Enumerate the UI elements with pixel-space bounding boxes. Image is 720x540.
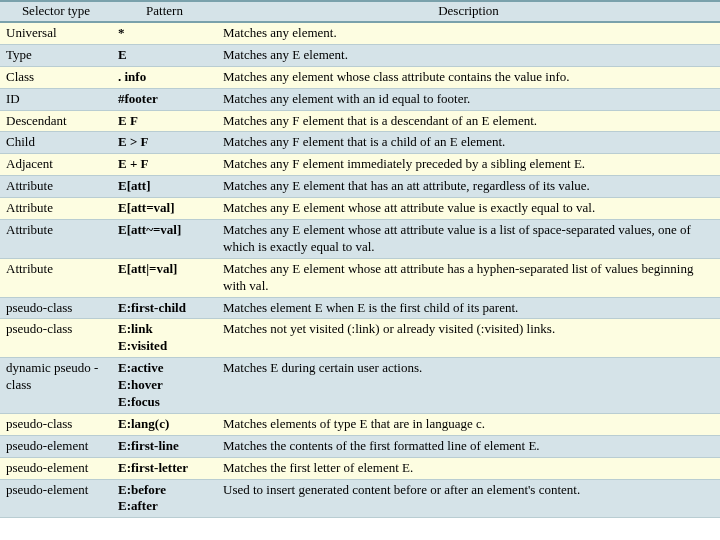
cell-pattern: E[att|=val] [112, 258, 217, 297]
table-row: Universal*Matches any element. [0, 22, 720, 44]
header-description: Description [217, 1, 720, 22]
table-row: pseudo-classE:link E:visitedMatches not … [0, 319, 720, 358]
table-row: AttributeE[att|=val]Matches any E elemen… [0, 258, 720, 297]
cell-selector-type: pseudo-class [0, 297, 112, 319]
cell-pattern: E:link E:visited [112, 319, 217, 358]
table-row: AttributeE[att]Matches any E element tha… [0, 176, 720, 198]
cell-selector-type: dynamic pseudo -class [0, 358, 112, 414]
table-row: DescendantE FMatches any F element that … [0, 110, 720, 132]
cell-description: Matches any element. [217, 22, 720, 44]
cell-selector-type: pseudo-class [0, 413, 112, 435]
cell-selector-type: Attribute [0, 258, 112, 297]
cell-pattern: E:before E:after [112, 479, 217, 518]
cell-selector-type: Attribute [0, 176, 112, 198]
cell-pattern: #footer [112, 88, 217, 110]
table-row: pseudo-elementE:first-letterMatches the … [0, 457, 720, 479]
table-row: AdjacentE + FMatches any F element immed… [0, 154, 720, 176]
cell-description: Matches E during certain user actions. [217, 358, 720, 414]
cell-selector-type: pseudo-element [0, 479, 112, 518]
cell-description: Matches any E element. [217, 44, 720, 66]
cell-pattern: E [112, 44, 217, 66]
cell-description: Matches not yet visited (:link) or alrea… [217, 319, 720, 358]
cell-pattern: E:first-line [112, 435, 217, 457]
cell-description: Matches any F element that is a child of… [217, 132, 720, 154]
table-row: ID#footerMatches any element with an id … [0, 88, 720, 110]
table-row: AttributeE[att=val]Matches any E element… [0, 198, 720, 220]
cell-description: Used to insert generated content before … [217, 479, 720, 518]
cell-description: Matches any element whose class attribut… [217, 66, 720, 88]
cell-pattern: E:lang(c) [112, 413, 217, 435]
cell-selector-type: ID [0, 88, 112, 110]
cell-description: Matches any F element that is a descenda… [217, 110, 720, 132]
cell-description: Matches elements of type E that are in l… [217, 413, 720, 435]
table-row: pseudo-elementE:before E:afterUsed to in… [0, 479, 720, 518]
cell-pattern: E + F [112, 154, 217, 176]
cell-pattern: E > F [112, 132, 217, 154]
cell-pattern: . info [112, 66, 217, 88]
table-row: dynamic pseudo -classE:active E:hover E:… [0, 358, 720, 414]
cell-selector-type: Universal [0, 22, 112, 44]
cell-selector-type: Child [0, 132, 112, 154]
cell-pattern: E:active E:hover E:focus [112, 358, 217, 414]
table-row: pseudo-elementE:first-lineMatches the co… [0, 435, 720, 457]
cell-pattern: E[att] [112, 176, 217, 198]
cell-selector-type: Type [0, 44, 112, 66]
cell-description: Matches the first letter of element E. [217, 457, 720, 479]
cell-pattern: E[att=val] [112, 198, 217, 220]
cell-description: Matches any E element whose att attribut… [217, 258, 720, 297]
header-selector-type: Selector type [0, 1, 112, 22]
cell-selector-type: Descendant [0, 110, 112, 132]
cell-pattern: E:first-child [112, 297, 217, 319]
cell-description: Matches any E element whose att attribut… [217, 198, 720, 220]
cell-selector-type: Attribute [0, 220, 112, 259]
cell-description: Matches any F element immediately preced… [217, 154, 720, 176]
cell-selector-type: pseudo-element [0, 457, 112, 479]
cell-selector-type: pseudo-class [0, 319, 112, 358]
cell-pattern: E F [112, 110, 217, 132]
table-row: TypeEMatches any E element. [0, 44, 720, 66]
cell-description: Matches the contents of the first format… [217, 435, 720, 457]
table-row: Class. infoMatches any element whose cla… [0, 66, 720, 88]
cell-pattern: E:first-letter [112, 457, 217, 479]
cell-description: Matches any E element that has an att at… [217, 176, 720, 198]
table-row: pseudo-classE:lang(c)Matches elements of… [0, 413, 720, 435]
cell-pattern: * [112, 22, 217, 44]
cell-description: Matches any E element whose att attribut… [217, 220, 720, 259]
cell-selector-type: Adjacent [0, 154, 112, 176]
cell-description: Matches any element with an id equal to … [217, 88, 720, 110]
selectors-table: Selector type Pattern Description Univer… [0, 0, 720, 518]
table-row: ChildE > FMatches any F element that is … [0, 132, 720, 154]
cell-description: Matches element E when E is the first ch… [217, 297, 720, 319]
cell-selector-type: pseudo-element [0, 435, 112, 457]
cell-selector-type: Class [0, 66, 112, 88]
cell-selector-type: Attribute [0, 198, 112, 220]
header-row: Selector type Pattern Description [0, 1, 720, 22]
header-pattern: Pattern [112, 1, 217, 22]
table-row: AttributeE[att~=val]Matches any E elemen… [0, 220, 720, 259]
cell-pattern: E[att~=val] [112, 220, 217, 259]
table-row: pseudo-classE:first-childMatches element… [0, 297, 720, 319]
